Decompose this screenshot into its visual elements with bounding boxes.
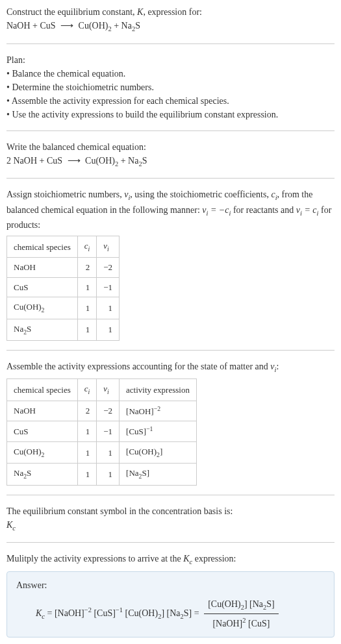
- table-row: NaOH 2 −2 [NaOH]−2: [7, 401, 197, 421]
- multiply-text: Mulitply the activity expressions to arr…: [6, 552, 335, 567]
- activity-cell: [NaOH]−2: [120, 401, 197, 421]
- species-cell: Na2S: [7, 464, 78, 485]
- fraction: [Cu(OH)2] [Na2S] [NaOH]2 [CuS]: [201, 597, 281, 630]
- stoich-table: chemical species ci νi NaOH 2 −2 CuS 1 −…: [6, 236, 120, 341]
- answer-formula: Kc = [NaOH]−2 [CuS]−1 [Cu(OH)2] [Na2S] =…: [16, 597, 325, 630]
- assemble-b: :: [276, 362, 279, 371]
- intro-section: Construct the equilibrium constant, K, e…: [6, 5, 335, 34]
- vi-cell: 1: [97, 442, 120, 464]
- species-cell: Na2S: [7, 319, 78, 340]
- balanced-equation: 2 NaOH + CuS ⟶ Cu(OH)2 + Na2S: [6, 154, 335, 169]
- ci-cell: 1: [77, 464, 97, 485]
- table-row: Na2S 1 1: [7, 319, 120, 340]
- formula-reactants: νi = −ci: [202, 205, 231, 215]
- col-vi: νi: [97, 236, 120, 258]
- col-species: chemical species: [7, 379, 78, 401]
- divider: [6, 43, 335, 44]
- symbol-K: K: [137, 7, 143, 17]
- activity-table: chemical species ci νi activity expressi…: [6, 378, 197, 485]
- species-cell: CuS: [7, 421, 78, 442]
- divider: [6, 350, 335, 351]
- activity-cell: [Cu(OH)2]: [120, 442, 197, 464]
- ci-cell: 2: [77, 401, 97, 421]
- plan-bullet-2: • Determine the stoichiometric numbers.: [6, 80, 335, 94]
- arrow-icon: ⟶: [65, 156, 83, 166]
- fraction-numerator: [Cu(OH)2] [Na2S]: [204, 597, 279, 615]
- ci-cell: 1: [77, 442, 97, 464]
- intro-line1: Construct the equilibrium constant, K, e…: [6, 5, 335, 19]
- assign-text: Assign stoichiometric numbers, νi, using…: [6, 188, 335, 232]
- table-row: CuS 1 −1: [7, 277, 120, 297]
- table-header-row: chemical species ci νi: [7, 236, 120, 258]
- activity-cell: [CuS]−1: [120, 421, 197, 442]
- vi-cell: 1: [97, 297, 120, 319]
- ci-cell: 2: [77, 258, 97, 278]
- arrow-icon: ⟶: [58, 21, 76, 31]
- divider: [6, 130, 335, 131]
- unbalanced-equation: NaOH + CuS ⟶ Cu(OH)2 + Na2S: [6, 19, 335, 34]
- balanced-section: Write the balanced chemical equation: 2 …: [6, 140, 335, 169]
- col-vi: νi: [97, 379, 120, 401]
- divider: [6, 542, 335, 543]
- divider: [6, 495, 335, 495]
- multiply-section: Mulitply the activity expressions to arr…: [6, 552, 335, 638]
- plan-bullet-3: • Assemble the activity expression for e…: [6, 94, 335, 108]
- plan-heading: Plan:: [6, 53, 335, 67]
- conc-basis-section: The equilibrium constant symbol in the c…: [6, 504, 335, 534]
- conc-basis-text: The equilibrium constant symbol in the c…: [6, 504, 335, 518]
- table-row: CuS 1 −1 [CuS]−1: [7, 421, 197, 442]
- vi-cell: −2: [97, 401, 120, 421]
- ci-cell: 1: [77, 421, 97, 442]
- assign-b: , using the stoichiometric coefficients,: [130, 190, 271, 199]
- vi-cell: 1: [97, 464, 120, 485]
- answer-box: Answer: Kc = [NaOH]−2 [CuS]−1 [Cu(OH)2] …: [6, 571, 335, 638]
- plan-bullet-1: • Balance the chemical equation.: [6, 67, 335, 80]
- divider: [6, 178, 335, 179]
- vi-cell: −1: [97, 277, 120, 297]
- assemble-text: Assemble the activity expressions accoun…: [6, 360, 335, 375]
- col-ci: ci: [77, 236, 97, 258]
- plan-bullet-4: • Use the activity expressions to build …: [6, 108, 335, 121]
- balanced-heading: Write the balanced chemical equation:: [6, 140, 335, 154]
- table-row: Cu(OH)2 1 1 [Cu(OH)2]: [7, 442, 197, 464]
- formula-products: νi = ci: [296, 205, 319, 215]
- species-cell: Cu(OH)2: [7, 297, 78, 319]
- col-activity: activity expression: [120, 379, 197, 401]
- species-cell: Cu(OH)2: [7, 442, 78, 464]
- table-row: NaOH 2 −2: [7, 258, 120, 278]
- vi-cell: 1: [97, 319, 120, 340]
- symbol-vi: νi: [124, 190, 130, 199]
- assemble-section: Assemble the activity expressions accoun…: [6, 360, 335, 486]
- col-species: chemical species: [7, 236, 78, 258]
- intro-text-a: Construct the equilibrium constant,: [6, 7, 137, 17]
- intro-text-b: , expression for:: [143, 7, 202, 17]
- table-row: Cu(OH)2 1 1: [7, 297, 120, 319]
- fraction-denominator: [NaOH]2 [CuS]: [204, 614, 279, 630]
- symbol-ci: ci: [271, 190, 277, 199]
- ci-cell: 1: [77, 277, 97, 297]
- answer-label: Answer:: [16, 578, 325, 592]
- table-header-row: chemical species ci νi activity expressi…: [7, 379, 197, 401]
- assemble-a: Assemble the activity expressions accoun…: [6, 362, 270, 371]
- activity-cell: [Na2S]: [120, 464, 197, 485]
- symbol-Kc: Kc: [6, 518, 335, 534]
- ci-cell: 1: [77, 319, 97, 340]
- multiply-a: Mulitply the activity expressions to arr…: [6, 554, 183, 564]
- species-cell: NaOH: [7, 401, 78, 421]
- species-cell: CuS: [7, 277, 78, 297]
- symbol-Kc: Kc: [183, 554, 192, 564]
- col-ci: ci: [77, 379, 97, 401]
- assign-d: for reactants and: [231, 205, 296, 215]
- vi-cell: −2: [97, 258, 120, 278]
- assign-a: Assign stoichiometric numbers,: [6, 190, 124, 199]
- plan-section: Plan: • Balance the chemical equation. •…: [6, 53, 335, 121]
- species-cell: NaOH: [7, 258, 78, 278]
- multiply-b: expression:: [192, 554, 236, 564]
- vi-cell: −1: [97, 421, 120, 442]
- assign-section: Assign stoichiometric numbers, νi, using…: [6, 188, 335, 341]
- table-row: Na2S 1 1 [Na2S]: [7, 464, 197, 485]
- ci-cell: 1: [77, 297, 97, 319]
